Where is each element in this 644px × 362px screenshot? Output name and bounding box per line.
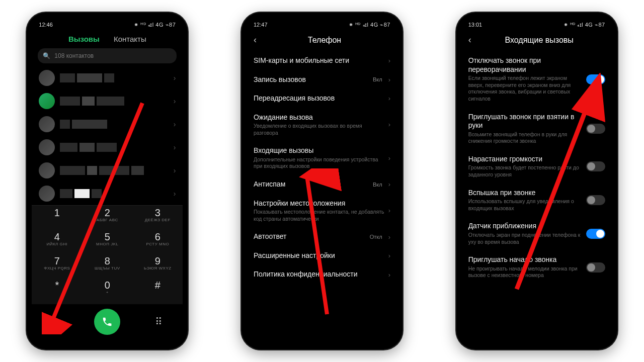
tab-contacts[interactable]: Контакты	[114, 35, 146, 43]
row-label: SIM-карты и мобильные сети	[254, 56, 384, 65]
settings-row[interactable]: Настройки местоположенияПоказывать место…	[254, 194, 390, 228]
settings-row[interactable]: Приглушать звонок при взятии в рукиВозьм…	[468, 108, 605, 150]
row-sublabel: Не проигрывать начало мелодии звонка при…	[468, 265, 582, 279]
row-label: Входящие вызовы	[254, 146, 384, 155]
chevron-right-icon: ›	[388, 207, 390, 214]
row-label: Отключать звонок при переворачивании	[468, 56, 582, 74]
avatar	[39, 139, 55, 155]
settings-row[interactable]: Политика конфиденциальности›	[254, 265, 390, 284]
toggle[interactable]	[586, 195, 605, 205]
settings-row[interactable]: Переадресация вызовов›	[254, 89, 390, 108]
row-label: Антиспам	[254, 180, 369, 189]
row-label: Расширенные настройки	[254, 251, 384, 260]
list-item[interactable]: ›	[32, 66, 183, 89]
toggle[interactable]	[586, 74, 605, 84]
chevron-right-icon: ›	[388, 57, 390, 64]
list-item[interactable]: ›	[32, 113, 183, 136]
toggle[interactable]	[586, 229, 605, 239]
phone-incoming-call-settings: 13:01 ⁕ ᴴᴰ ₄ɪl 4G ⌁87 ‹ Входящие вызовы …	[456, 13, 617, 349]
tab-calls[interactable]: Вызовы	[68, 35, 100, 43]
settings-row[interactable]: Вспышка при звонкеИспользовать вспышку д…	[468, 184, 605, 217]
row-sublabel: Дополнительные настройки поведения устро…	[254, 156, 384, 170]
settings-row[interactable]: Расширенные настройки›	[254, 246, 390, 265]
row-sublabel: Если звонящий телефон лежит экраном ввер…	[468, 75, 582, 103]
search-input[interactable]: 🔍 108 контактов	[38, 48, 177, 63]
chevron-right-icon: ›	[388, 180, 390, 188]
settings-row[interactable]: SIM-карты и мобильные сети›	[254, 51, 390, 70]
row-label: Переадресация вызовов	[254, 94, 384, 103]
dialpad-key-8[interactable]: 8ШЩЪЫ TUV	[82, 256, 132, 280]
dialpad-toggle-icon[interactable]: ⠿	[148, 316, 169, 328]
row-label: Автоответ	[254, 232, 366, 241]
status-bar: 13:01 ⁕ ᴴᴰ ₄ɪl 4G ⌁87	[461, 18, 612, 32]
chevron-right-icon: ›	[388, 252, 390, 259]
status-icons: ⁕ ᴴᴰ ₄ɪl 4G ⌁87	[349, 22, 390, 28]
dialpad-key-7[interactable]: 7ФХЦЧ PQRS	[32, 256, 82, 280]
row-value: Вкл	[373, 76, 382, 82]
settings-row[interactable]: Приглушать начало звонкаНе проигрывать н…	[468, 250, 605, 284]
dialpad-key-3[interactable]: 3ДЕЁЖЗ DEF	[132, 208, 183, 232]
row-label: Вспышка при звонке	[468, 189, 582, 198]
row-label: Приглушать звонок при взятии в руки	[468, 113, 582, 130]
chevron-right-icon: ›	[388, 76, 390, 83]
row-sublabel: Показывать местоположение контакта, не д…	[254, 209, 384, 222]
call-button[interactable]	[94, 309, 120, 335]
settings-row[interactable]: Датчик приближенияОтключать экран при по…	[468, 217, 605, 250]
dialpad: 12АБВГ ABC3ДЕЁЖЗ DEF4ИЙКЛ GHI5МНОП JKL6Р…	[32, 205, 183, 304]
avatar	[39, 186, 55, 202]
settings-row[interactable]: АнтиспамВкл›	[254, 175, 390, 194]
status-bar: 12:47 ⁕ ᴴᴰ ₄ɪl 4G ⌁87	[247, 18, 397, 32]
chevron-right-icon: ›	[388, 233, 390, 241]
avatar	[39, 93, 55, 109]
settings-row[interactable]: Отключать звонок при переворачиванииЕсли…	[468, 51, 605, 108]
call-list: › › › › › ›	[32, 66, 183, 205]
status-icons: ⁕ ᴴᴰ ₄ɪl 4G ⌁87	[134, 22, 176, 28]
settings-row[interactable]: Нарастание громкостиГромкость звонка буд…	[468, 150, 605, 184]
list-item[interactable]: ›	[32, 136, 183, 159]
dialpad-key-6[interactable]: 6РСТУ MNO	[132, 232, 183, 256]
row-label: Датчик приближения	[468, 222, 582, 231]
row-value: Откл	[370, 234, 382, 240]
menu-icon[interactable]: ≡	[46, 316, 66, 328]
bottom-bar: ≡ ⠿	[32, 304, 183, 339]
list-item[interactable]: ›	[32, 89, 183, 113]
search-icon: 🔍	[43, 52, 50, 59]
dialpad-key-2[interactable]: 2АБВГ ABC	[82, 208, 132, 232]
clock: 12:47	[254, 22, 268, 28]
toggle[interactable]	[586, 161, 605, 171]
list-item[interactable]: ›	[32, 159, 183, 182]
chevron-right-icon[interactable]: ›	[174, 166, 176, 174]
page-title: Телефон	[259, 36, 390, 45]
chevron-right-icon[interactable]: ›	[174, 190, 176, 198]
chevron-right-icon[interactable]: ›	[174, 120, 176, 128]
settings-row[interactable]: Входящие вызовыДополнительные настройки …	[254, 141, 390, 175]
chevron-right-icon[interactable]: ›	[174, 74, 176, 82]
dialpad-key-4[interactable]: 4ИЙКЛ GHI	[32, 232, 82, 256]
list-item[interactable]: ›	[32, 182, 183, 205]
settings-row[interactable]: АвтоответОткл›	[254, 227, 390, 246]
chevron-right-icon[interactable]: ›	[174, 143, 176, 151]
phone-settings-telephone: 12:47 ⁕ ᴴᴰ ₄ɪl 4G ⌁87 ‹ Телефон SIM-карт…	[242, 13, 403, 349]
title-bar: ‹ Телефон	[247, 32, 397, 51]
dialpad-key-0[interactable]: 0+	[82, 280, 132, 304]
dialpad-key-1[interactable]: 1	[32, 208, 82, 232]
settings-row[interactable]: Ожидание вызоваУведомление о входящих вы…	[254, 108, 390, 142]
settings-row[interactable]: Запись вызововВкл›	[254, 70, 390, 89]
dialpad-key-#[interactable]: #	[132, 280, 183, 304]
dialpad-key-5[interactable]: 5МНОП JKL	[82, 232, 132, 256]
title-bar: ‹ Входящие вызовы	[461, 32, 612, 51]
row-sublabel: Использовать вспышку для уведомления о в…	[468, 198, 582, 212]
row-value: Вкл	[373, 182, 382, 188]
toggle[interactable]	[586, 262, 605, 273]
dialpad-key-9[interactable]: 9ЬЭЮЯ WXYZ	[132, 256, 183, 280]
chevron-right-icon: ›	[388, 154, 390, 162]
row-sublabel: Возьмите звонящий телефон в руки для сни…	[468, 131, 582, 145]
row-label: Нарастание громкости	[468, 155, 582, 164]
row-sublabel: Отключать экран при поднесении телефона …	[468, 232, 582, 245]
dialpad-key-*[interactable]: *	[32, 280, 82, 304]
row-label: Ожидание вызова	[254, 113, 384, 122]
toggle[interactable]	[586, 124, 605, 134]
chevron-right-icon[interactable]: ›	[174, 97, 176, 105]
chevron-right-icon: ›	[388, 95, 390, 102]
clock: 12:46	[39, 22, 53, 28]
